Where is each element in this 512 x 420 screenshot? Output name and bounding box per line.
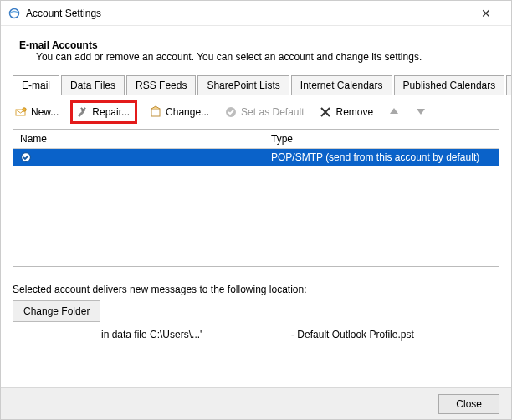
tab-published-calendars[interactable]: Published Calendars [394, 75, 505, 95]
table-row[interactable]: POP/SMTP (send from this account by defa… [13, 149, 499, 166]
change-button[interactable]: Change... [146, 104, 212, 120]
change-folder-button[interactable]: Change Folder [13, 300, 100, 322]
new-button[interactable]: New... [11, 104, 62, 120]
arrow-down-icon [415, 105, 427, 120]
change-label: Change... [166, 106, 209, 118]
location-details: in data file C:\Users\...' - Default Out… [1, 322, 511, 341]
remove-button[interactable]: Remove [315, 104, 376, 120]
tab-sharepoint-lists[interactable]: SharePoint Lists [197, 75, 289, 95]
close-button[interactable]: Close [438, 394, 499, 414]
row-type: POP/SMTP (send from this account by defa… [264, 149, 499, 166]
arrow-up-icon [388, 105, 400, 120]
repair-button-highlighted[interactable]: Repair... [70, 100, 137, 124]
accounts-table[interactable]: Name Type POP/SMTP (send from this accou… [13, 129, 499, 267]
table-header: Name Type [13, 130, 499, 149]
tab-internet-calendars[interactable]: Internet Calendars [291, 75, 392, 95]
svg-rect-5 [151, 109, 160, 116]
move-up-button[interactable] [385, 104, 403, 121]
set-default-label: Set as Default [241, 106, 304, 118]
new-label: New... [31, 106, 59, 118]
location-label: Selected account delivers new messages t… [1, 267, 511, 300]
repair-label: Repair... [92, 106, 130, 118]
toolbar: New... Repair... Change... Set a [1, 95, 511, 129]
tab-address-books[interactable]: Address Books [506, 75, 512, 95]
window-title: Account Settings [26, 8, 468, 19]
window-close-button[interactable]: ✕ [468, 2, 504, 25]
change-icon [149, 105, 162, 119]
header-title: E-mail Accounts [19, 39, 493, 51]
check-icon [224, 105, 238, 119]
set-default-button: Set as Default [221, 104, 307, 120]
tab-rss-feeds[interactable]: RSS Feeds [126, 75, 196, 95]
move-down-button[interactable] [412, 104, 430, 121]
remove-icon [319, 105, 332, 119]
titlebar: Account Settings ✕ [1, 1, 511, 26]
location-path-left: in data file C:\Users\...' [101, 329, 202, 341]
location-path-right: - Default Outlook Profile.pst [291, 329, 414, 341]
svg-point-0 [10, 8, 19, 18]
app-icon [8, 7, 21, 20]
header-subtitle: You can add or remove an account. You ca… [19, 51, 493, 63]
tab-email[interactable]: E-mail [13, 75, 59, 95]
remove-label: Remove [335, 106, 373, 118]
new-icon [14, 105, 28, 119]
column-type[interactable]: Type [264, 130, 499, 148]
header: E-mail Accounts You can add or remove an… [1, 26, 511, 74]
default-check-icon [20, 151, 32, 163]
repair-icon [75, 105, 89, 119]
column-name[interactable]: Name [13, 130, 264, 148]
svg-point-2 [23, 108, 26, 111]
tabstrip: E-mail Data Files RSS Feeds SharePoint L… [11, 74, 501, 95]
dialog-footer: Close [1, 387, 511, 419]
tab-data-files[interactable]: Data Files [61, 75, 125, 95]
